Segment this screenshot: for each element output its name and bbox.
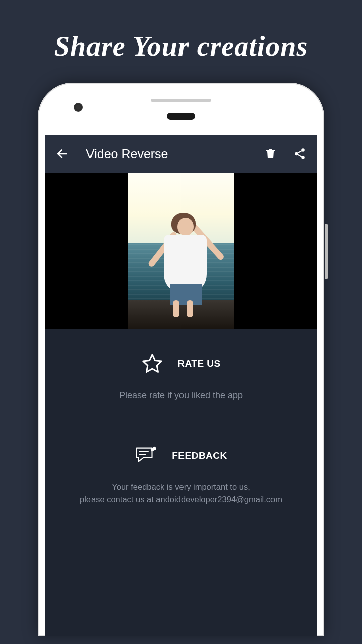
rate-us-header: RATE US bbox=[57, 353, 305, 375]
delete-button[interactable] bbox=[262, 145, 279, 163]
phone-side-button bbox=[325, 224, 328, 279]
svg-point-3 bbox=[301, 156, 305, 159]
feedback-desc-line1: Your feedback is very important to us, bbox=[112, 482, 250, 491]
svg-point-2 bbox=[295, 152, 298, 156]
video-preview-area[interactable] bbox=[45, 173, 317, 329]
promo-title: Share Your creations bbox=[0, 0, 362, 83]
video-thumbnail bbox=[128, 173, 234, 329]
rate-us-desc: Please rate if you liked the app bbox=[57, 389, 305, 403]
feedback-title: FEEDBACK bbox=[172, 450, 227, 461]
trash-icon bbox=[264, 147, 277, 160]
back-button[interactable] bbox=[54, 145, 71, 163]
app-bar-title: Video Reverse bbox=[86, 147, 250, 162]
share-button[interactable] bbox=[291, 145, 308, 163]
phone-earpiece bbox=[167, 113, 195, 120]
rate-us-section[interactable]: RATE US Please rate if you liked the app bbox=[45, 329, 317, 423]
phone-camera bbox=[74, 103, 83, 112]
feedback-section[interactable]: FEEDBACK Your feedback is very important… bbox=[45, 423, 317, 526]
feedback-icon bbox=[135, 445, 158, 466]
phone-earpiece-slot bbox=[151, 99, 211, 102]
feedback-desc-line2: please contact us at andoiddeveloper2394… bbox=[80, 495, 282, 504]
svg-point-1 bbox=[301, 148, 305, 152]
star-icon bbox=[141, 353, 163, 375]
feedback-header: FEEDBACK bbox=[57, 445, 305, 466]
share-icon bbox=[293, 147, 306, 160]
back-arrow-icon bbox=[56, 147, 69, 160]
app-screen: Video Reverse bbox=[45, 135, 317, 636]
feedback-desc: Your feedback is very important to us, p… bbox=[57, 480, 305, 506]
phone-frame: Video Reverse bbox=[38, 83, 324, 636]
phone-top-bezel bbox=[38, 83, 324, 135]
app-bar: Video Reverse bbox=[45, 135, 317, 173]
rate-us-title: RATE US bbox=[177, 358, 220, 369]
svg-marker-4 bbox=[143, 355, 162, 372]
